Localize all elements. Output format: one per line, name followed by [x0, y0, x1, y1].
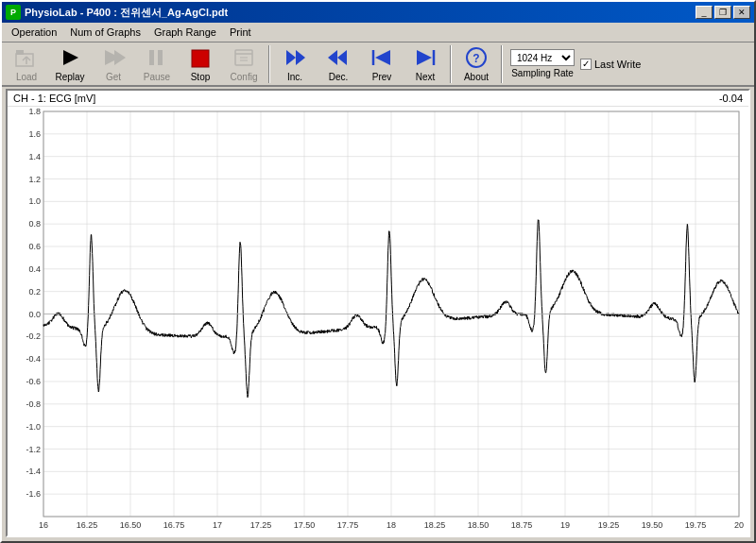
stop-button[interactable]: Stop: [180, 43, 221, 85]
get-label: Get: [106, 72, 121, 82]
channel-label: CH - 1: ECG [mV]: [13, 93, 95, 104]
load-button[interactable]: Load: [6, 43, 47, 85]
pause-button[interactable]: Pause: [136, 43, 178, 85]
title-bar: P PhysioLab - P400 : 전위센서_Ag-AgCl.pdt _ …: [2, 2, 754, 23]
svg-rect-8: [149, 50, 154, 65]
prev-label: Prev: [372, 72, 392, 82]
svg-marker-15: [296, 50, 305, 65]
inc-label: Inc.: [287, 72, 302, 82]
value-display: -0.04: [719, 93, 743, 104]
about-icon: ?: [463, 46, 490, 70]
next-icon: [412, 46, 438, 70]
replay-button[interactable]: Replay: [49, 43, 91, 85]
restore-button[interactable]: ❐: [714, 6, 731, 19]
svg-text:?: ?: [472, 52, 479, 65]
main-window: P PhysioLab - P400 : 전위센서_Ag-AgCl.pdt _ …: [0, 0, 756, 543]
config-label: Config: [231, 72, 258, 82]
separator-3: [501, 45, 503, 83]
title-bar-left: P PhysioLab - P400 : 전위센서_Ag-AgCl.pdt: [6, 5, 228, 20]
graph-area: CH - 1: ECG [mV] -0.04: [6, 89, 750, 537]
last-write-label: Last Write: [594, 59, 641, 70]
pause-icon: [144, 46, 170, 70]
dec-label: Dec.: [329, 72, 349, 82]
prev-icon: [369, 46, 395, 70]
menu-operation[interactable]: Operation: [6, 25, 62, 40]
graph-header: CH - 1: ECG [mV] -0.04: [8, 91, 748, 107]
window-title: PhysioLab - P400 : 전위센서_Ag-AgCl.pdt: [25, 6, 228, 20]
replay-label: Replay: [55, 72, 84, 82]
ecg-canvas: [8, 107, 748, 535]
load-label: Load: [16, 72, 37, 82]
last-write-group: ✓ Last Write: [580, 59, 641, 70]
title-bar-buttons: _ ❐ ✕: [696, 6, 750, 19]
menubar: Operation Num of Graphs Graph Range Prin…: [2, 23, 754, 42]
sampling-rate-select[interactable]: 1024 Hz 512 Hz 2048 Hz: [510, 49, 575, 66]
pause-label: Pause: [144, 72, 170, 82]
last-write-checkbox[interactable]: ✓: [580, 59, 592, 70]
replay-icon: [57, 46, 83, 70]
minimize-button[interactable]: _: [696, 6, 713, 19]
svg-marker-19: [375, 50, 390, 65]
about-button[interactable]: ? About: [455, 43, 497, 85]
config-button[interactable]: Config: [223, 43, 265, 85]
svg-rect-1: [16, 50, 24, 55]
separator-2: [450, 45, 452, 83]
svg-rect-9: [158, 50, 163, 65]
svg-marker-16: [286, 50, 296, 65]
svg-marker-21: [417, 50, 432, 65]
prev-button[interactable]: Prev: [361, 43, 403, 85]
graph-canvas-container: [8, 107, 748, 535]
sampling-rate-group: 1024 Hz 512 Hz 2048 Hz Sampling Rate: [510, 49, 575, 78]
separator-1: [268, 45, 270, 83]
about-label: About: [464, 72, 489, 82]
menu-print[interactable]: Print: [224, 25, 257, 40]
inc-button[interactable]: Inc.: [274, 43, 316, 85]
svg-marker-7: [114, 50, 126, 65]
stop-label: Stop: [191, 72, 211, 82]
svg-marker-18: [337, 50, 347, 65]
svg-marker-17: [328, 50, 337, 65]
close-button[interactable]: ✕: [733, 6, 750, 19]
stop-icon: [187, 46, 214, 70]
svg-rect-10: [192, 50, 209, 67]
toolbar: Load Replay Get: [2, 42, 754, 87]
menu-num-of-graphs[interactable]: Num of Graphs: [64, 25, 146, 40]
sampling-rate-label: Sampling Rate: [511, 68, 574, 78]
next-label: Next: [416, 72, 436, 82]
config-icon: [231, 46, 257, 70]
dec-button[interactable]: Dec.: [318, 43, 359, 85]
inc-icon: [282, 46, 308, 70]
app-icon: P: [6, 5, 21, 20]
get-button[interactable]: Get: [93, 43, 134, 85]
load-icon: [13, 46, 40, 70]
next-button[interactable]: Next: [404, 43, 446, 85]
svg-marker-5: [63, 50, 78, 65]
get-icon: [100, 46, 127, 70]
dec-icon: [325, 46, 352, 70]
menu-graph-range[interactable]: Graph Range: [148, 25, 222, 40]
